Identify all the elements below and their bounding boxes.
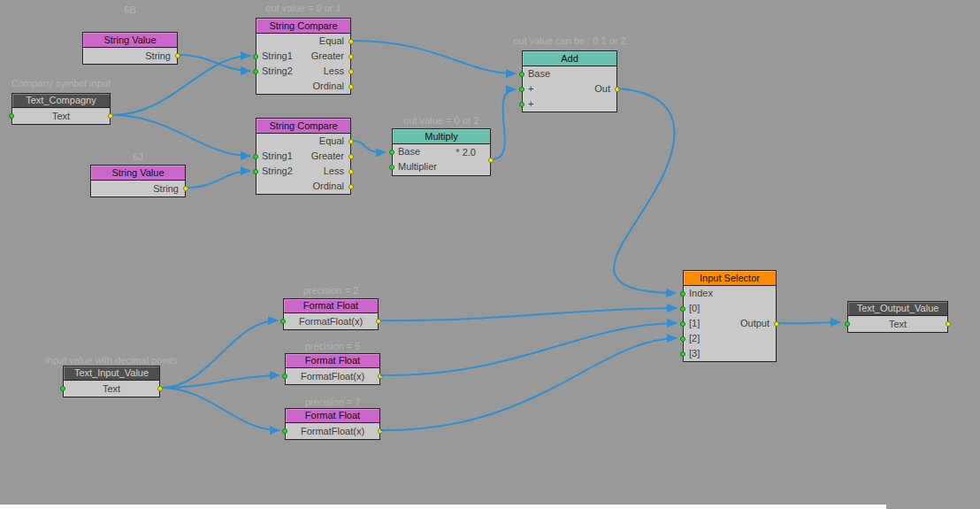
window-bottom-edge (0, 505, 886, 509)
output-port[interactable] (348, 84, 354, 89)
input-port[interactable] (282, 374, 287, 379)
input-port[interactable] (519, 102, 524, 107)
port-label-2: [2] (689, 331, 700, 346)
port-label-out: Out (594, 81, 610, 96)
node-string-value-1[interactable]: String Value String (82, 32, 178, 65)
node-header: Input Selector (684, 271, 776, 286)
wire-textcompagny-to-sc2-string1[interactable] (112, 115, 250, 156)
port-label-text: Text (64, 381, 159, 397)
input-port[interactable] (680, 306, 685, 312)
port-label-plus2: + (528, 96, 533, 112)
port-label-base: Base (398, 144, 420, 159)
wire-textcompagny-to-sc1-string1[interactable] (112, 56, 250, 115)
input-port[interactable] (253, 169, 258, 174)
wire-stringvalue2-to-sc2-string2[interactable] (188, 171, 250, 188)
port-label-greater: Greater (311, 49, 344, 64)
wire-textinput-to-formatfloat2[interactable] (162, 375, 279, 388)
port-label-text: Text (12, 108, 110, 124)
port-label-output: Output (740, 316, 769, 331)
comment-input-decimal: input value with decimal points (44, 355, 179, 366)
input-port[interactable] (253, 154, 258, 159)
comment-6b: 6B (82, 4, 178, 15)
wire-formatfloat1-to-selector-0[interactable] (380, 308, 677, 320)
output-port[interactable] (348, 54, 354, 59)
port-label-index: Index (689, 286, 713, 301)
input-port[interactable] (845, 321, 850, 327)
input-port[interactable] (60, 386, 65, 391)
node-header: String Compare (256, 119, 350, 134)
port-label-ordinal: Ordinal (313, 179, 344, 194)
port-label-less: Less (324, 64, 344, 79)
node-header: Multiply (393, 129, 490, 144)
port-label-string: String (145, 48, 171, 64)
wire-add-out-to-selector-index[interactable] (614, 89, 676, 293)
node-editor-canvas[interactable]: 6B out value = 0 or 1 Company symbol inp… (0, 0, 980, 509)
multiply-factor-value: * 2.0 (456, 147, 476, 158)
output-port[interactable] (946, 321, 951, 327)
port-label-formatfloat: FormatFloat(x) (286, 423, 379, 439)
input-port[interactable] (282, 428, 287, 434)
port-label-formatfloat: FormatFloat(x) (284, 313, 378, 329)
node-text-output-value[interactable]: Text_Output_Value Text (847, 301, 948, 333)
port-label-string1: String1 (262, 149, 293, 164)
output-port[interactable] (348, 69, 354, 74)
input-port[interactable] (280, 319, 286, 324)
wire-multiply-out-to-add-plus[interactable] (493, 89, 516, 159)
output-port[interactable] (348, 184, 354, 189)
port-label-string2: String2 (262, 164, 293, 179)
input-port[interactable] (253, 54, 258, 59)
comment-6j: 6J (90, 151, 186, 162)
port-label-greater: Greater (311, 149, 344, 164)
port-label-string: String (153, 181, 179, 197)
node-format-float-1[interactable]: Format Float FormatFloat(x) (283, 298, 379, 330)
port-label-formatfloat: FormatFloat(x) (286, 368, 379, 384)
port-label-plus1: + (528, 81, 533, 96)
port-label-ordinal: Ordinal (313, 79, 344, 94)
output-port[interactable] (348, 154, 354, 159)
wire-formatfloat2-to-selector-1[interactable] (380, 323, 677, 375)
wire-textinput-to-formatfloat3[interactable] (162, 388, 279, 430)
input-port[interactable] (519, 72, 524, 77)
wire-sc2-equal-to-multiply-base[interactable] (353, 141, 386, 152)
node-header: Format Float (284, 299, 378, 313)
port-label-string2: String2 (262, 64, 293, 79)
port-label-equal: Equal (319, 34, 344, 49)
port-label-multiplier: Multiplier (398, 159, 437, 174)
wire-layer (0, 0, 980, 509)
node-format-float-2[interactable]: Format Float FormatFloat(x) (285, 353, 380, 385)
port-label-string1: String1 (262, 49, 293, 64)
input-port[interactable] (680, 336, 685, 342)
node-string-compare-2[interactable]: String Compare Equal String1 Greater Str… (256, 118, 351, 195)
input-port[interactable] (519, 87, 524, 92)
input-port[interactable] (253, 69, 258, 74)
node-format-float-3[interactable]: Format Float FormatFloat(x) (285, 408, 380, 440)
node-text-input-value[interactable]: Text_Input_Value Text (63, 366, 160, 397)
input-port[interactable] (680, 351, 685, 357)
comment-out-0-or-1: out value = 0 or 1 (256, 3, 351, 13)
node-header: String Value (91, 166, 185, 181)
node-input-selector[interactable]: Input Selector Index [0] [1] Output [2] … (683, 270, 777, 362)
comment-precision-5: precision = 5 (285, 341, 380, 351)
node-header: String Compare (256, 19, 350, 34)
comment-company-symbol: Company symbol input (11, 78, 111, 89)
node-header: String Value (83, 33, 177, 48)
node-multiply[interactable]: Multiply Base Multiplier * 2.0 (392, 128, 491, 176)
node-add[interactable]: Add Base + Out + (522, 50, 617, 112)
wire-selector-output-to-textoutput[interactable] (778, 322, 840, 323)
comment-out-0-1-or-2: out value can be : 0 1 or 2 (508, 35, 632, 46)
node-string-value-2[interactable]: String Value String (90, 165, 186, 197)
output-port[interactable] (183, 186, 188, 191)
node-string-compare-1[interactable]: String Compare Equal String1 Greater Str… (256, 18, 351, 95)
input-port[interactable] (389, 165, 394, 170)
node-text-compagny[interactable]: Text_Compagny Text (11, 93, 111, 125)
wire-textinput-to-formatfloat1[interactable] (162, 320, 278, 388)
input-port[interactable] (680, 321, 685, 327)
input-port[interactable] (9, 113, 14, 119)
port-label-text: Text (848, 316, 947, 332)
wire-formatfloat3-to-selector-2[interactable] (380, 338, 677, 430)
input-port[interactable] (389, 150, 394, 155)
input-port[interactable] (680, 291, 685, 297)
wire-sc1-equal-to-add-base[interactable] (353, 41, 516, 73)
port-label-less: Less (324, 164, 344, 179)
output-port[interactable] (348, 169, 354, 174)
